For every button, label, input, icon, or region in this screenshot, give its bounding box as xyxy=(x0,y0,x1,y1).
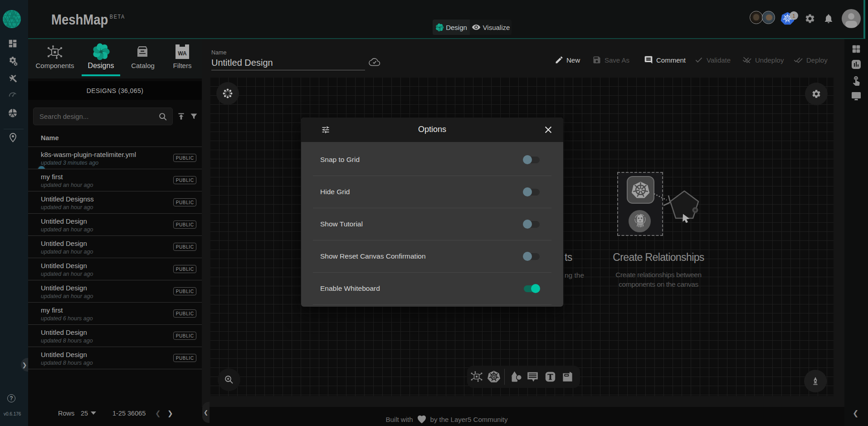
svg-text:WA: WA xyxy=(178,50,187,57)
